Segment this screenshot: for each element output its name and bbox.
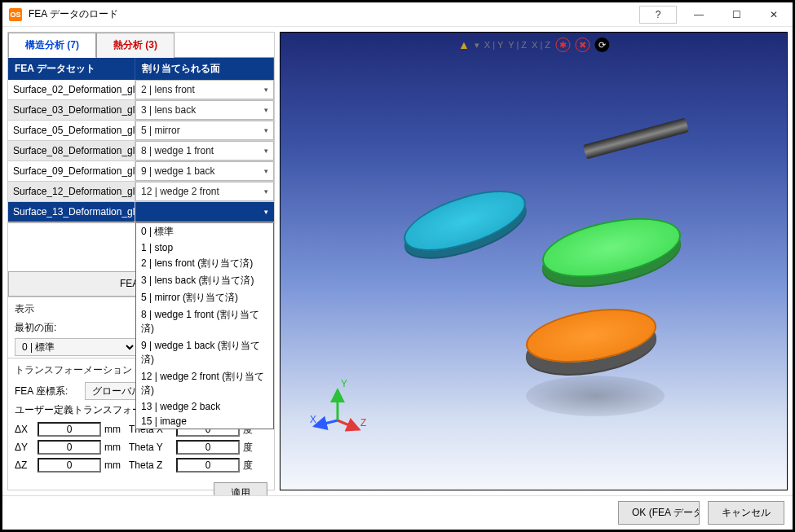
maximize-button[interactable]: ☐	[718, 2, 755, 26]
dx-unit: mm	[104, 424, 126, 435]
wedge1-geom	[542, 209, 681, 287]
dropdown-option[interactable]: 2 | lens front (割り当て済)	[136, 255, 273, 272]
svg-line-2	[338, 420, 359, 429]
dropdown-option[interactable]: 8 | wedge 1 front (割り当て済)	[136, 306, 273, 337]
axis-z-label: Z	[360, 417, 366, 429]
dropdown-option[interactable]: 0 | 標準	[136, 223, 273, 240]
thetaz-input[interactable]	[176, 458, 240, 473]
assigned-face-select[interactable]: ▾	[135, 202, 274, 222]
view-yz[interactable]: Y | Z	[508, 40, 527, 50]
left-panel: 構造分析 (7) 熱分析 (3) FEA データセット 割り当てられる面 Sur…	[7, 32, 275, 490]
wedge2-geom	[526, 301, 656, 369]
dz-input[interactable]	[38, 458, 101, 473]
3d-viewer[interactable]: ▲ ▾ X | Y Y | Z X | Z ✱ ✖ ⟳	[280, 32, 788, 490]
table-row[interactable]: Surface_09_Deformation_globa9 | wedge 1 …	[8, 161, 274, 182]
axis-triad: X Y Z	[305, 376, 370, 441]
dz-label: ΔZ	[15, 459, 34, 471]
col-dataset: FEA データセット	[8, 58, 135, 80]
chevron-down-icon: ▾	[264, 208, 268, 216]
assigned-face-select[interactable]: 8 | wedge 1 front▾	[135, 141, 274, 160]
assigned-face-select[interactable]: 2 | lens front▾	[135, 80, 274, 99]
close-button[interactable]: ✕	[755, 2, 793, 26]
tab-thermal[interactable]: 熱分析 (3)	[96, 33, 174, 58]
assigned-face-select[interactable]: 3 | lens back▾	[135, 100, 274, 120]
titlebar: OS FEA データのロード ? — ☐ ✕	[2, 2, 793, 27]
assigned-face-select[interactable]: 5 | mirror▾	[135, 121, 274, 140]
dialog-footer: OK (FEA データの適 キャンセル	[2, 495, 793, 530]
fan-icon[interactable]: ✱	[555, 37, 570, 52]
table-row[interactable]: Surface_02_Deformation_globa2 | lens fro…	[8, 80, 274, 100]
view-xy[interactable]: X | Y	[484, 40, 503, 50]
thetaz-unit: 度	[243, 459, 259, 473]
dy-unit: mm	[104, 442, 126, 453]
shadow	[526, 376, 665, 416]
dropdown-option[interactable]: 5 | mirror (割り当て済)	[136, 289, 273, 306]
dataset-cell: Surface_03_Deformation_globa	[8, 100, 135, 120]
dropdown-option[interactable]: 9 | wedge 1 back (割り当て済)	[136, 337, 273, 368]
dataset-cell: Surface_12_Deformation_globa	[8, 182, 135, 201]
assigned-face-dropdown[interactable]: 0 | 標準1 | stop2 | lens front (割り当て済)3 | …	[135, 222, 274, 429]
svg-line-0	[315, 420, 338, 426]
first-face-select[interactable]: 0 | 標準	[15, 338, 137, 356]
window-title: FEA データのロード	[29, 7, 639, 21]
first-face-label: 最初の面:	[15, 321, 73, 335]
chevron-down-icon: ▾	[264, 106, 268, 114]
view-xz[interactable]: X | Z	[532, 40, 550, 50]
app-icon: OS	[9, 8, 22, 21]
assigned-face-select[interactable]: 9 | wedge 1 back▾	[135, 161, 274, 181]
cancel-icon[interactable]: ✖	[575, 37, 590, 52]
chevron-down-icon: ▾	[264, 126, 268, 134]
tab-structural[interactable]: 構造分析 (7)	[8, 33, 96, 58]
ok-button[interactable]: OK (FEA データの適	[618, 501, 700, 525]
table-blank-area: 0 | 標準1 | stop2 | lens front (割り当て済)3 | …	[8, 222, 274, 271]
chevron-down-icon[interactable]: ▾	[475, 40, 479, 51]
chevron-down-icon: ▾	[264, 187, 268, 196]
table-body: Surface_02_Deformation_globa2 | lens fro…	[8, 80, 274, 222]
lens-geom	[401, 178, 528, 262]
dropdown-option[interactable]: 12 | wedge 2 front (割り当て済)	[136, 368, 273, 399]
mirror-geom	[582, 117, 688, 159]
dataset-cell: Surface_09_Deformation_globa	[8, 161, 135, 181]
chevron-down-icon: ▾	[264, 147, 268, 155]
chevron-down-icon: ▾	[264, 86, 268, 94]
dataset-cell: Surface_08_Deformation_globa	[8, 141, 135, 160]
table-row[interactable]: Surface_12_Deformation_globa12 | wedge 2…	[8, 182, 274, 202]
chevron-down-icon: ▾	[264, 167, 268, 175]
thetay-input[interactable]	[176, 440, 240, 455]
col-assigned: 割り当てられる面	[135, 58, 274, 80]
dropdown-option[interactable]: 3 | lens back (割り当て済)	[136, 272, 273, 289]
minimize-button[interactable]: —	[680, 2, 718, 26]
table-header: FEA データセット 割り当てられる面	[8, 58, 274, 80]
table-row[interactable]: Surface_08_Deformation_globa8 | wedge 1 …	[8, 141, 274, 161]
dz-unit: mm	[104, 459, 126, 471]
dy-input[interactable]	[38, 440, 101, 455]
dataset-cell: Surface_13_Deformation_globa	[8, 202, 135, 222]
dropdown-option[interactable]: 1 | stop	[136, 240, 273, 255]
dataset-cell: Surface_02_Deformation_globa	[8, 80, 135, 99]
apply-button[interactable]: 適用	[214, 482, 267, 495]
viewer-toolbar: ▲ ▾ X | Y Y | Z X | Z ✱ ✖ ⟳	[458, 37, 609, 52]
dropdown-option[interactable]: 13 | wedge 2 back	[136, 399, 273, 414]
dy-label: ΔY	[15, 442, 34, 453]
table-row[interactable]: Surface_03_Deformation_globa3 | lens bac…	[8, 100, 274, 121]
coord-label: FEA 座標系:	[15, 385, 85, 398]
thetaz-label: Theta Z	[129, 459, 173, 471]
cancel-button[interactable]: キャンセル	[708, 501, 784, 525]
dataset-cell: Surface_05_Deformation_globa	[8, 121, 135, 140]
home-view-icon[interactable]: ▲	[458, 38, 470, 51]
dx-label: ΔX	[15, 424, 34, 435]
axis-x-label: X	[310, 414, 316, 425]
table-row[interactable]: Surface_13_Deformation_globa▾	[8, 202, 274, 222]
refresh-icon[interactable]: ⟳	[594, 37, 609, 52]
dx-input[interactable]	[38, 422, 101, 437]
thetay-label: Theta Y	[129, 442, 173, 453]
table-row[interactable]: Surface_05_Deformation_globa5 | mirror▾	[8, 121, 274, 141]
help-button[interactable]: ?	[639, 6, 677, 24]
axis-y-label: Y	[341, 378, 347, 389]
assigned-face-select[interactable]: 12 | wedge 2 front▾	[135, 182, 274, 201]
thetay-unit: 度	[243, 441, 259, 455]
dropdown-option[interactable]: 15 | image	[136, 414, 273, 429]
